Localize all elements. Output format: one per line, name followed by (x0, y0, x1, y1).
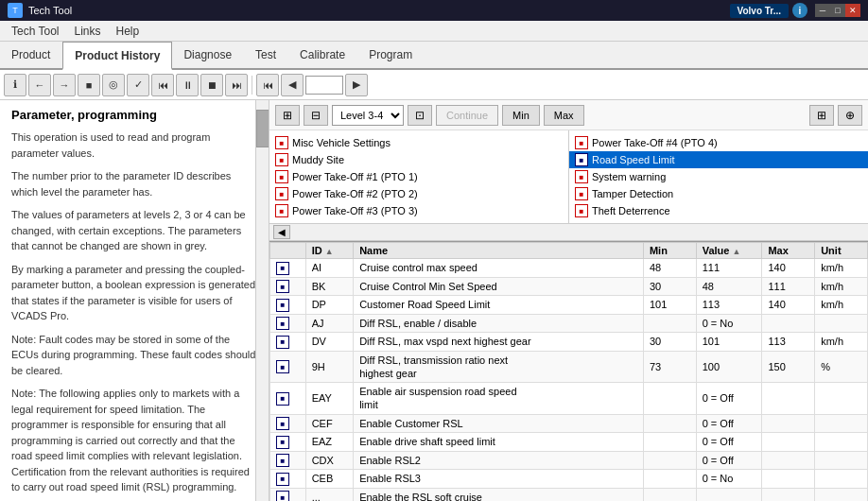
forward-btn[interactable]: → (53, 74, 76, 96)
cat-system-warning[interactable]: ■ System warning (569, 168, 868, 185)
row-icon-cell: ■ (270, 488, 306, 501)
table-row[interactable]: ■ DP Customer Road Speed Limit 101 113 1… (270, 296, 868, 315)
cat-icon-pto1: ■ (275, 170, 288, 183)
row-value: 0 = No (696, 470, 762, 489)
row-unit (815, 414, 868, 433)
table-row[interactable]: ■ 9H Diff RSL, transmission ratio nexthi… (270, 351, 868, 383)
menu-links[interactable]: Links (66, 23, 108, 40)
check-btn[interactable]: ✓ (127, 74, 149, 96)
pause-btn[interactable]: ⏸ (176, 74, 199, 96)
minimize-button[interactable]: ─ (815, 4, 830, 17)
scroll-thumb[interactable] (256, 110, 269, 147)
tab-diagnose[interactable]: Diagnose (172, 41, 244, 69)
tab-test[interactable]: Test (244, 41, 288, 69)
info-toolbar-btn[interactable]: ℹ (4, 74, 26, 96)
cat-tamper[interactable]: ■ Tamper Detection (569, 185, 868, 202)
cat-muddy-site[interactable]: ■ Muddy Site (269, 151, 568, 168)
row-id: DP (305, 296, 354, 315)
row-max (762, 488, 815, 501)
last-btn[interactable]: ⏭ (225, 74, 248, 96)
cat-misc-vehicle[interactable]: ■ Misc Vehicle Settings (269, 134, 568, 151)
menu-tech-tool[interactable]: Tech Tool (4, 23, 66, 40)
cat-pto3[interactable]: ■ Power Take-Off #3 (PTO 3) (269, 202, 568, 219)
min-btn[interactable]: Min (502, 105, 540, 126)
tab-product[interactable]: Product (0, 41, 62, 69)
icon-btn-2[interactable]: ⊟ (304, 105, 328, 126)
table-row[interactable]: ■ AJ Diff RSL, enable / disable 0 = No (270, 314, 868, 333)
icon-btn-3[interactable]: ⊡ (408, 105, 432, 126)
icon-btn-1[interactable]: ⊞ (275, 105, 300, 126)
cat-theft[interactable]: ■ Theft Deterrence (569, 202, 868, 219)
cat-label-pto4: Power Take-Off #4 (PTO 4) (592, 137, 718, 148)
table-row[interactable]: ■ AI Cruise control max speed 48 111 140… (270, 259, 868, 278)
cat-label-pto2: Power Take-Off #2 (PTO 2) (292, 188, 418, 199)
cat-pto2[interactable]: ■ Power Take-Off #2 (PTO 2) (269, 185, 568, 202)
table-row[interactable]: ■ BK Cruise Control Min Set Speed 30 48 … (270, 277, 868, 296)
row-unit (815, 488, 868, 501)
cat-pto4[interactable]: ■ Power Take-Off #4 (PTO 4) (569, 134, 868, 151)
table-row[interactable]: ■ EAZ Enable drive shaft speed limit 0 =… (270, 433, 868, 452)
cat-pto1[interactable]: ■ Power Take-Off #1 (PTO 1) (269, 168, 568, 185)
row-icon: ■ (276, 317, 289, 330)
link-icon-btn[interactable]: ⊕ (838, 105, 862, 126)
row-name: Customer Road Speed Limit (354, 296, 644, 315)
nav-next-btn[interactable]: ▶ (345, 74, 368, 96)
close-button[interactable]: ✕ (845, 4, 860, 17)
maximize-button[interactable]: □ (830, 4, 845, 17)
tab-calibrate[interactable]: Calibrate (288, 41, 357, 69)
app-icon: T (8, 3, 23, 18)
nav-prev-btn[interactable]: ◀ (281, 74, 304, 96)
table-row[interactable]: ■ ... Enable the RSL soft cruise (270, 488, 868, 501)
table-row[interactable]: ■ CDX Enable RSL2 0 = Off (270, 451, 868, 470)
table-row[interactable]: ■ DV Diff RSL, max vspd next highest gea… (270, 333, 868, 352)
row-min (643, 451, 696, 470)
stop-btn[interactable]: ■ (78, 74, 100, 96)
menu-help[interactable]: Help (109, 23, 148, 40)
max-btn[interactable]: Max (544, 105, 584, 126)
th-unit[interactable]: Unit (815, 243, 868, 259)
continue-btn[interactable]: Continue (436, 105, 498, 126)
th-min[interactable]: Min (643, 243, 696, 259)
th-name[interactable]: Name (354, 243, 644, 259)
row-icon-cell: ■ (270, 414, 306, 433)
level-select[interactable]: Level 3-4 Level 1 Level 2 (332, 105, 404, 126)
table-row[interactable]: ■ EAY Enable air suspension road speedli… (270, 383, 868, 415)
info-button[interactable]: i (792, 3, 807, 18)
th-value[interactable]: Value ▲ (696, 243, 762, 259)
menu-bar: Tech Tool Links Help (0, 21, 868, 42)
table-row[interactable]: ■ CEB Enable RSL3 0 = No (270, 470, 868, 489)
row-max: 150 (762, 351, 815, 383)
row-id: ... (305, 488, 354, 501)
tab-product-history[interactable]: Product History (62, 42, 172, 70)
stop2-btn[interactable]: ⏹ (200, 74, 223, 96)
row-name: Enable RSL2 (354, 451, 644, 470)
row-icon-cell: ■ (270, 351, 306, 383)
row-name: Diff RSL, enable / disable (354, 314, 644, 333)
table-row[interactable]: ■ CEF Enable Customer RSL 0 = Off (270, 414, 868, 433)
row-min (643, 470, 696, 489)
row-max (762, 314, 815, 333)
th-max[interactable]: Max (762, 243, 815, 259)
row-max: 140 (762, 259, 815, 278)
cat-nav: ◀ (269, 224, 868, 241)
row-icon: ■ (276, 280, 289, 293)
scroll-bar[interactable] (255, 100, 269, 501)
first-btn[interactable]: ⏮ (151, 74, 174, 96)
cat-icon-sys-warn: ■ (575, 170, 588, 183)
row-name: Enable the RSL soft cruise (354, 488, 644, 501)
table-icon-btn[interactable]: ⊞ (809, 105, 834, 126)
cat-label-theft: Theft Deterrence (592, 205, 670, 216)
record-btn[interactable]: ◎ (102, 74, 125, 96)
main-toolbar: ℹ ← → ■ ◎ ✓ ⏮ ⏸ ⏹ ⏭ ⏮ ◀ ▶ (0, 70, 868, 100)
back-btn[interactable]: ← (28, 74, 51, 96)
cat-scroll-left[interactable]: ◀ (273, 225, 290, 239)
row-value: 113 (696, 296, 762, 315)
page-input[interactable] (305, 76, 343, 95)
tab-program[interactable]: Program (357, 41, 425, 69)
th-icon (270, 243, 306, 259)
cat-road-speed[interactable]: ■ Road Speed Limit (569, 151, 868, 168)
row-icon: ■ (276, 454, 289, 467)
nav-start-btn[interactable]: ⏮ (256, 74, 279, 96)
th-id[interactable]: ID ▲ (305, 243, 354, 259)
table-header-row: ID ▲ Name Min Value ▲ Max Unit (270, 243, 868, 259)
